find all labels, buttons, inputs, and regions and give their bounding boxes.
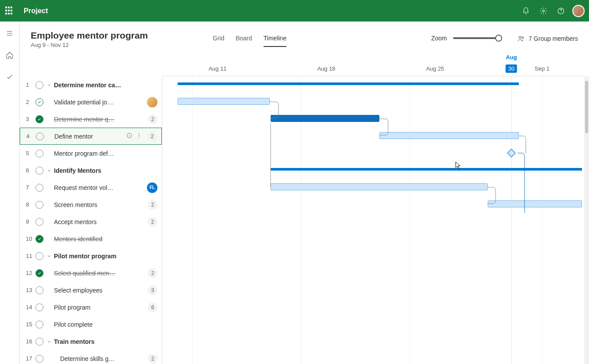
task-row[interactable]: 12Select qualified men…2 [20,264,162,282]
row-number: 4 [26,133,36,139]
task-row[interactable]: 16Train mentors [20,333,162,350]
nav-toggle-icon[interactable] [2,26,17,41]
vertical-scrollbar[interactable] [584,76,589,364]
task-name[interactable]: Define mentor [54,133,126,140]
task-name[interactable]: Mentor program def… [54,150,157,157]
row-number: 11 [26,253,36,259]
task-name[interactable]: Select employees [54,287,148,294]
timeline-date: Aug 18 [317,65,335,72]
status-toggle[interactable] [36,235,43,243]
task-name[interactable]: Determine mentor ca… [54,82,157,89]
task-row[interactable]: 10Mentors identified [20,230,162,247]
user-avatar[interactable] [572,5,585,17]
info-icon[interactable] [126,132,132,140]
task-row[interactable]: 11Pilot mentor program [20,247,162,264]
task-row[interactable]: 15Pilot complete [20,316,162,333]
gantt-task-bar[interactable] [178,98,270,105]
task-name[interactable]: Mentors identified [54,236,157,243]
task-row[interactable]: 1Determine mentor ca… [20,76,162,93]
tab-grid[interactable]: Grid [213,35,224,47]
zoom-slider[interactable] [453,37,501,39]
status-toggle[interactable] [36,303,43,311]
group-members-button[interactable]: 7 Group members [517,35,578,43]
row-right-slot: 2 [148,114,157,124]
gantt-chart[interactable] [162,76,584,364]
status-toggle[interactable] [36,201,43,209]
group-members-text: 7 Group members [528,35,578,42]
task-row[interactable]: 13Select employees3 [20,282,162,299]
gantt-task-bar[interactable] [488,200,582,207]
notifications-icon[interactable] [517,2,535,20]
project-title: Employee mentor program [31,30,148,41]
task-row[interactable]: 4Define mentor2 [20,128,162,145]
status-toggle[interactable] [36,167,43,175]
row-number: 3 [26,116,36,122]
chevron-down-icon[interactable] [47,83,53,87]
status-toggle[interactable] [36,98,43,106]
row-right-slot [147,97,157,107]
gear-icon[interactable] [535,2,552,20]
more-icon[interactable] [136,132,142,140]
status-toggle[interactable] [36,184,43,192]
assignee-avatar[interactable]: FL [147,182,157,193]
task-row[interactable]: 8Screen mentors2 [20,196,162,213]
task-row[interactable]: 3Determine mentor q…2 [20,111,162,128]
row-number: 17 [26,355,36,362]
view-tabs: Grid Board Timeline [213,35,286,47]
task-row[interactable]: 7Request mentor vol…FL [20,179,162,196]
status-toggle[interactable] [36,321,43,328]
chevron-down-icon[interactable] [47,339,53,344]
row-number: 1 [26,82,36,88]
task-row[interactable]: 17Determine skills g…2 [20,350,162,364]
status-toggle[interactable] [36,81,43,89]
task-name[interactable]: Determine skills g… [60,355,148,362]
status-toggle[interactable] [36,338,43,346]
task-row[interactable]: 9Accept mentors2 [20,213,162,230]
task-row[interactable]: 6Identify Mentors [20,162,162,179]
task-name[interactable]: Identify Mentors [54,167,157,174]
row-number: 9 [26,218,36,225]
zoom-slider-thumb[interactable] [495,35,502,42]
gantt-summary-bar[interactable] [271,168,582,171]
row-number: 6 [26,167,36,174]
task-row[interactable]: 5Mentor program def… [20,145,162,162]
status-toggle[interactable] [36,355,43,363]
task-name[interactable]: Select qualified men… [54,270,148,277]
status-toggle[interactable] [36,269,43,277]
gantt-task-bar[interactable] [379,132,519,139]
task-name[interactable]: Train mentors [54,338,157,345]
tab-board[interactable]: Board [236,35,252,47]
task-name[interactable]: Accept mentors [54,218,148,225]
chevron-down-icon[interactable] [47,168,53,173]
help-icon[interactable] [552,2,570,20]
task-name[interactable]: Validate potential jo… [54,99,147,106]
task-name[interactable]: Screen mentors [54,201,148,208]
tab-timeline[interactable]: Timeline [264,35,286,47]
timeline-today-badge[interactable]: 30 [506,64,517,73]
gantt-summary-bar[interactable] [178,82,519,85]
gantt-milestone[interactable] [507,149,516,157]
status-toggle[interactable] [36,132,44,140]
row-number: 15 [26,321,36,328]
task-name[interactable]: Pilot mentor program [54,253,157,260]
home-icon[interactable] [2,48,17,63]
scrollbar-thumb[interactable] [585,81,588,133]
assignee-avatar[interactable] [147,97,157,107]
gantt-task-bar[interactable] [271,183,488,190]
task-row[interactable]: 2Validate potential jo… [20,93,162,111]
chevron-down-icon[interactable] [47,254,53,258]
tasks-icon[interactable] [2,70,17,85]
status-toggle[interactable] [36,252,43,260]
gantt-task-bar[interactable] [271,115,379,122]
app-topbar: Project [0,0,589,21]
task-name[interactable]: Pilot program [54,304,148,311]
status-toggle[interactable] [36,218,43,226]
task-name[interactable]: Request mentor vol… [54,184,147,191]
task-name[interactable]: Determine mentor q… [54,116,148,123]
status-toggle[interactable] [36,150,43,157]
task-name[interactable]: Pilot complete [54,321,157,328]
status-toggle[interactable] [36,286,43,294]
app-launcher-icon[interactable] [4,6,15,16]
status-toggle[interactable] [36,115,43,123]
task-row[interactable]: 14Pilot program6 [20,299,162,316]
